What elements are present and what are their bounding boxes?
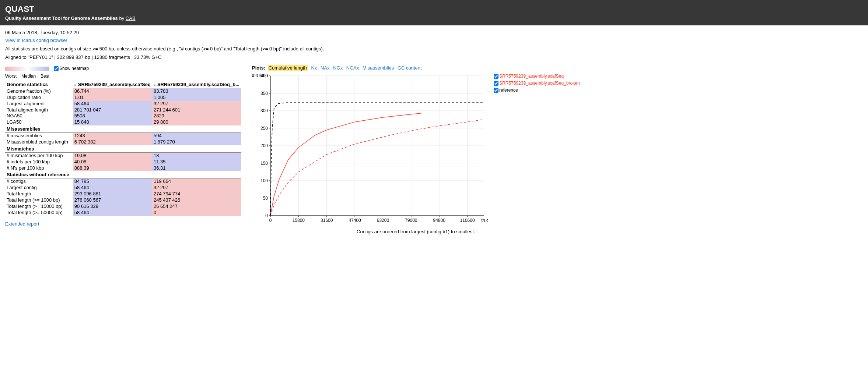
cumulative-length-chart: 050100150200250300350400400 Mbp015800316… — [252, 72, 488, 227]
table-row: Genome fraction (%)86.74483.783 — [5, 88, 241, 94]
extended-report-link[interactable]: Extended report — [5, 221, 39, 227]
cell-v1: 86.744 — [73, 88, 152, 94]
svg-text:50: 50 — [263, 196, 268, 201]
cell-v1: 276 060 567 — [73, 197, 152, 203]
cell-v1: 281 701 047 — [73, 107, 152, 113]
legend-label-b: SRR5759239_assembly.scafSeq_broken — [499, 81, 580, 86]
tab-cumlen[interactable]: Cumulative length — [268, 65, 308, 71]
cell-v2: 0 — [152, 210, 241, 216]
col-header-metric[interactable]: Genome statistics — [5, 82, 73, 88]
table-row: # indels per 100 kbp40.0811.35 — [5, 159, 241, 165]
tab-ngx[interactable]: NGx — [333, 65, 343, 71]
svg-text:300: 300 — [260, 108, 268, 113]
table-row: Total length (>= 1000 bp)276 060 567245 … — [5, 197, 241, 203]
cell-v2: 32 297 — [152, 185, 241, 191]
app-title: QUAST — [5, 4, 863, 14]
cell-v2: 36.31 — [152, 165, 241, 171]
metric-label: Total length — [5, 191, 73, 197]
svg-text:350: 350 — [260, 91, 268, 96]
subtitle-cab-link[interactable]: CAB — [126, 15, 136, 21]
metric-label: LGA50 — [5, 119, 73, 125]
tab-misassemblies[interactable]: Misassemblies — [363, 65, 394, 71]
heatmap-best-label: Best — [41, 74, 49, 79]
table-row: # N's per 100 kbp888.3936.31 — [5, 165, 241, 171]
cell-v2: 29 800 — [152, 119, 241, 125]
metric-label: # misassemblies — [5, 133, 73, 139]
app-header: QUAST Quality Assessment Tool for Genome… — [0, 0, 868, 25]
legend-checkbox-a[interactable] — [494, 74, 498, 79]
svg-text:63200: 63200 — [377, 218, 389, 223]
table-row: # mismatches per 100 kbp19.0813 — [5, 152, 241, 159]
table-row: Largest contig58 46432 297 — [5, 185, 241, 191]
cell-v1: 90 616 329 — [73, 203, 152, 210]
tab-gc[interactable]: GC content — [398, 65, 422, 71]
heatmap-gradient — [5, 67, 49, 71]
cell-v1: 6 702 382 — [73, 139, 152, 145]
svg-text:100: 100 — [260, 178, 268, 183]
cell-v1: 58 464 — [73, 185, 152, 191]
svg-text:15800: 15800 — [293, 218, 305, 223]
cell-v2: 271 244 601 — [152, 107, 241, 113]
show-heatmap-label: Show heatmap — [59, 66, 89, 71]
tab-nax[interactable]: NAx — [321, 65, 330, 71]
metric-label: NGA50 — [5, 113, 73, 119]
heatmap-worst-label: Worst — [5, 74, 17, 79]
legend-series-a[interactable]: SRR5759239_assembly.scafSeq — [492, 73, 580, 80]
cell-v1: 40.08 — [73, 159, 152, 165]
table-row: Total length (>= 50000 bp)58 4640 — [5, 210, 241, 216]
section-header-noref: Statistics without reference — [5, 171, 241, 178]
sort-icon[interactable] — [154, 82, 157, 85]
metric-label: Total length (>= 1000 bp) — [5, 197, 73, 203]
show-heatmap-checkbox[interactable] — [54, 66, 59, 71]
metric-label: Total aligned length — [5, 107, 73, 113]
cell-v1: 293 096 881 — [73, 191, 152, 197]
cell-v2: 26 654 247 — [152, 203, 241, 210]
aligned-info: Aligned to "PEFY01.1" | 322 899 837 bp |… — [5, 54, 863, 60]
subtitle-by: by — [119, 15, 124, 21]
svg-text:47400: 47400 — [349, 218, 361, 223]
tab-ngax[interactable]: NGAx — [346, 65, 359, 71]
section-header-misassemblies: Misassemblies — [5, 125, 241, 132]
icarus-link[interactable]: View in Icarus contig browser — [5, 38, 67, 43]
svg-text:0: 0 — [269, 218, 272, 223]
plot-caption: Contigs are ordered from largest (contig… — [252, 229, 580, 234]
cell-v2: 1.005 — [152, 95, 241, 101]
col-header-assembly-1-label: SRR5759239_assembly.scafSeq — [78, 82, 151, 87]
table-row: NGA5055082829 — [5, 113, 241, 119]
table-row: Misassembled contigs length6 702 3821 87… — [5, 139, 241, 145]
svg-text:94800: 94800 — [433, 218, 446, 223]
legend-checkbox-ref[interactable] — [494, 88, 498, 93]
metric-label: # mismatches per 100 kbp — [5, 152, 73, 159]
metric-label: # N's per 100 kbp — [5, 165, 73, 171]
show-heatmap-toggle[interactable]: Show heatmap — [52, 65, 89, 72]
svg-text:400 Mbp: 400 Mbp — [252, 73, 268, 78]
cell-v2: 13 — [152, 152, 241, 159]
col-header-assembly-1[interactable]: SRR5759239_assembly.scafSeq — [73, 82, 152, 88]
legend-checkbox-b[interactable] — [494, 81, 498, 86]
cell-v1: 1243 — [73, 133, 152, 139]
cell-v2: 245 437 426 — [152, 197, 241, 203]
plot-panel: Plots: Cumulative length Nx NAx NGx NGAx… — [252, 65, 580, 234]
cell-v2: 11.35 — [152, 159, 241, 165]
metric-label: Largest contig — [5, 185, 73, 191]
col-header-assembly-2[interactable]: SRR5759239_assembly.scafSeq_b... — [152, 82, 241, 88]
app-subtitle: Quality Assessment Tool for Genome Assem… — [5, 15, 863, 21]
tab-nx[interactable]: Nx — [311, 65, 317, 71]
legend-series-b[interactable]: SRR5759239_assembly.scafSeq_broken — [492, 80, 580, 87]
table-row: Largest alignment58 46432 297 — [5, 101, 241, 107]
sort-icon[interactable] — [74, 82, 77, 85]
svg-text:79000: 79000 — [405, 218, 417, 223]
stats-table: Genome statistics SRR5759239_assembly.sc… — [5, 82, 241, 216]
metric-label: # contigs — [5, 178, 73, 185]
subtitle-main: Quality Assessment Tool for Genome Assem… — [5, 15, 118, 21]
cell-v2: 274 794 774 — [152, 191, 241, 197]
heatmap-median-label: Median — [21, 74, 36, 79]
metric-label: Largest alignment — [5, 101, 73, 107]
table-row: # contigs84 785119 664 — [5, 178, 241, 185]
cell-v1: 58 464 — [73, 210, 152, 216]
legend-series-ref[interactable]: reference — [492, 87, 580, 94]
metric-label: Total length (>= 50000 bp) — [5, 210, 73, 216]
metric-label: # indels per 100 kbp — [5, 159, 73, 165]
table-row: LGA5015 84829 800 — [5, 119, 241, 125]
cell-v1: 19.08 — [73, 152, 152, 159]
